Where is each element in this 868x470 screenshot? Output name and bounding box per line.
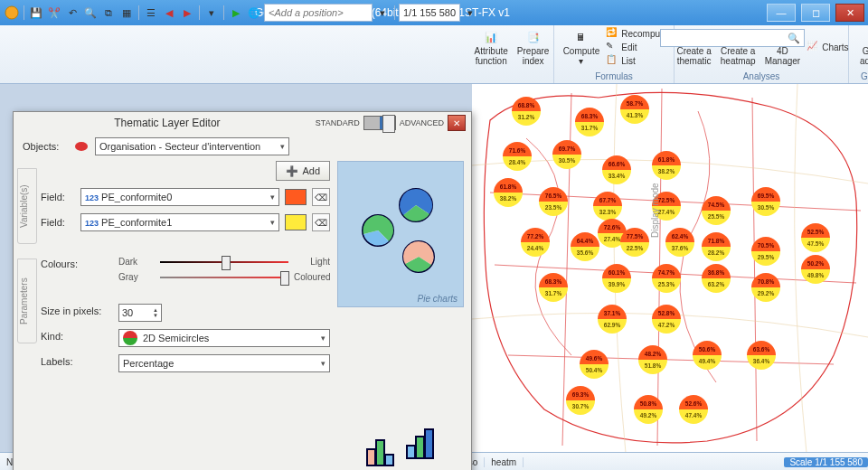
- maximize-button[interactable]: ◻: [801, 4, 830, 22]
- field2-combo[interactable]: 123 PE_conformite1▾: [80, 213, 279, 231]
- field1-combo[interactable]: 123 PE_conformite0▾: [80, 188, 279, 206]
- layers-icon[interactable]: ☰: [143, 5, 159, 21]
- mode-toggle[interactable]: [363, 116, 396, 130]
- grid-icon[interactable]: ▦: [118, 5, 135, 21]
- svg-text:29.2%: 29.2%: [758, 290, 775, 296]
- scale-display[interactable]: 1/1 155 580: [399, 4, 460, 22]
- tab-display-mode[interactable]: Display mode: [650, 170, 665, 251]
- dd-icon[interactable]: ▾: [203, 5, 220, 21]
- svg-text:36.8%: 36.8%: [708, 269, 725, 276]
- position-input[interactable]: <Add a position>: [264, 4, 373, 22]
- close-button[interactable]: ✕: [835, 4, 864, 22]
- svg-point-74: [75, 142, 88, 151]
- play-icon[interactable]: ▶: [228, 5, 244, 21]
- svg-text:77.2%: 77.2%: [527, 233, 544, 240]
- map-semicircle: 69.5%30.5%: [751, 187, 780, 216]
- map-semicircle: 36.8%63.2%: [702, 264, 731, 293]
- svg-text:76.5%: 76.5%: [545, 193, 562, 199]
- zoom-out-icon[interactable]: 🔍: [82, 5, 99, 21]
- labels-combo[interactable]: Percentage▾: [118, 354, 330, 372]
- quick-access-toolbar: 💾 ✂️ ↶ 🔍 ⧉ ▦ ☰ ◀ ▶ ▾ ▶ 🌐 <Add a position…: [0, 0, 482, 25]
- prepare-index-button[interactable]: 📑Prepareindex: [514, 27, 552, 67]
- group-caption: Geocoder: [861, 71, 868, 81]
- fwd-icon[interactable]: ▶: [179, 5, 195, 21]
- map-semicircle: 52.5%47.5%: [801, 223, 830, 252]
- recompute-button[interactable]: 🔁Recompute: [606, 27, 667, 40]
- svg-text:28.4%: 28.4%: [509, 159, 526, 165]
- map-semicircle: 70.5%29.5%: [751, 237, 780, 266]
- globe-icon[interactable]: 🌐: [246, 5, 262, 21]
- svg-text:50.2%: 50.2%: [807, 260, 825, 267]
- map-semicircle: 50.2%49.8%: [801, 255, 830, 284]
- add-button[interactable]: ➕Add: [276, 161, 330, 181]
- preview-histogram[interactable]: Histograms: [337, 409, 464, 470]
- map-semicircle: 77.2%24.4%: [521, 228, 550, 257]
- svg-text:37.6%: 37.6%: [672, 245, 689, 251]
- svg-text:69.5%: 69.5%: [758, 193, 775, 199]
- map-semicircle: 69.3%30.7%: [566, 386, 595, 415]
- field2-color-swatch[interactable]: [285, 214, 307, 230]
- save-icon[interactable]: 💾: [28, 5, 44, 21]
- svg-text:68.3%: 68.3%: [545, 278, 562, 285]
- map-semicircle: 61.8%38.2%: [494, 178, 523, 207]
- search-icon: 🔍: [788, 33, 800, 44]
- svg-text:58.7%: 58.7%: [627, 100, 644, 107]
- slider-end: Coloured: [294, 272, 330, 282]
- edit-button[interactable]: ✎Edit: [606, 41, 637, 53]
- svg-text:61.8%: 61.8%: [500, 183, 517, 190]
- ribbon-search[interactable]: 🔍: [660, 29, 805, 47]
- svg-text:39.9%: 39.9%: [609, 281, 626, 287]
- zoom-window-icon[interactable]: ⧉: [100, 5, 117, 21]
- saturation-slider[interactable]: [160, 273, 288, 282]
- svg-text:69.7%: 69.7%: [559, 146, 576, 152]
- status-scale: Scale 1/1 155 580: [784, 457, 868, 467]
- map-semicircle: 62.4%37.6%: [665, 228, 694, 257]
- objects-combo[interactable]: Organisation - Secteur d'intervention▾: [95, 137, 289, 155]
- svg-text:33.4%: 33.4%: [609, 173, 626, 179]
- svg-text:25.3%: 25.3%: [658, 281, 675, 287]
- svg-text:23.5%: 23.5%: [545, 204, 562, 211]
- attribute-function-button[interactable]: 📊Attributefunction: [472, 27, 511, 67]
- tab-variables[interactable]: Variable(s): [17, 168, 37, 244]
- field1-color-swatch[interactable]: [285, 189, 307, 205]
- compute-button[interactable]: 🖩Compute▾: [561, 27, 603, 67]
- minimize-button[interactable]: —: [767, 4, 796, 22]
- map-semicircle: 74.7%25.3%: [652, 264, 681, 293]
- undo-icon[interactable]: ↶: [64, 5, 80, 21]
- svg-text:31.2%: 31.2%: [518, 114, 535, 120]
- charts-button[interactable]: 📈Charts: [807, 41, 848, 53]
- preview-label: Pie charts: [418, 294, 458, 304]
- svg-text:24.4%: 24.4%: [527, 245, 544, 251]
- size-label: Size in pixels:: [41, 304, 109, 316]
- tab-parameters[interactable]: Parameters: [17, 258, 37, 343]
- app-menu-icon[interactable]: [4, 5, 20, 21]
- map-semicircle: 50.8%49.2%: [634, 395, 663, 424]
- svg-text:52.8%: 52.8%: [658, 310, 675, 316]
- geocode-button[interactable]: ✖YGeocodeaddresses: [857, 27, 868, 67]
- pos-dd-icon[interactable]: ▾: [374, 5, 391, 21]
- svg-text:32.3%: 32.3%: [599, 209, 617, 215]
- size-spinner[interactable]: 30▲▼: [118, 304, 162, 322]
- map-semicircle: 68.3%31.7%: [539, 273, 568, 302]
- statusbar-tab[interactable]: heatm: [485, 457, 524, 467]
- svg-text:74.7%: 74.7%: [658, 269, 675, 276]
- kind-combo[interactable]: 2D Semicircles ▾: [118, 329, 330, 347]
- scale-dd-icon[interactable]: ▾: [462, 5, 478, 21]
- svg-text:60.1%: 60.1%: [609, 269, 626, 276]
- map-canvas[interactable]: 68.8%31.2%68.3%31.7%58.7%41.3%71.6%28.4%…: [472, 84, 868, 453]
- field2-remove-button[interactable]: ⌫: [312, 213, 330, 231]
- map-semicircle: 68.3%31.7%: [575, 108, 604, 136]
- svg-text:70.8%: 70.8%: [758, 278, 775, 285]
- field-label: Field:: [41, 192, 75, 202]
- map-semicircle: 71.8%28.2%: [702, 232, 731, 261]
- field1-remove-button[interactable]: ⌫: [312, 188, 330, 206]
- back-icon[interactable]: ◀: [161, 5, 177, 21]
- dialog-close-button[interactable]: ✕: [448, 115, 466, 131]
- preview-pie[interactable]: Pie charts: [337, 161, 464, 307]
- svg-text:51.8%: 51.8%: [645, 362, 662, 369]
- darkness-slider[interactable]: [160, 258, 288, 267]
- list-button[interactable]: 📋List: [606, 54, 636, 67]
- cut-icon[interactable]: ✂️: [46, 5, 62, 21]
- semicircle-icon: [123, 331, 137, 345]
- svg-text:30.7%: 30.7%: [572, 403, 590, 409]
